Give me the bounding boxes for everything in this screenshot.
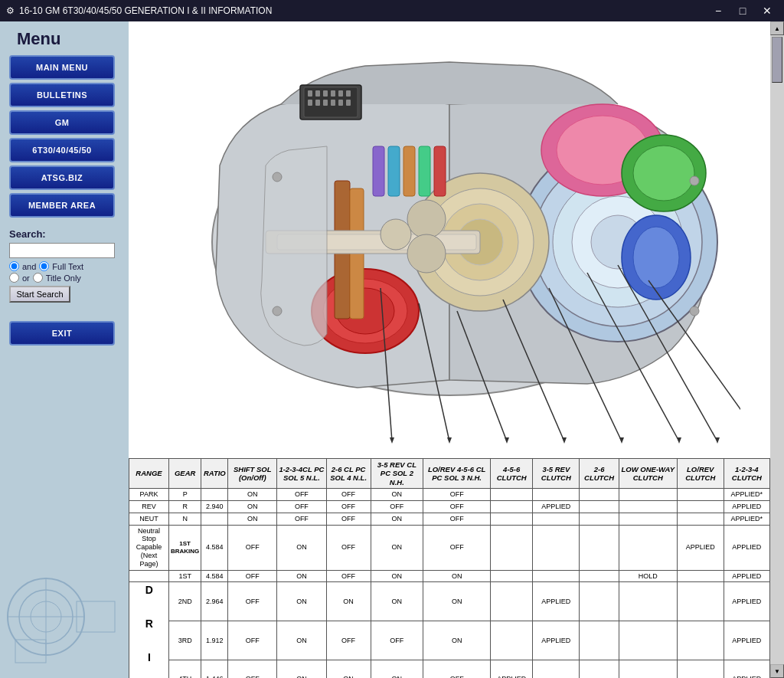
c26-cell <box>580 513 619 525</box>
table-row: 3RD 1.912 OFF ON OFF OFF ON APPLIED APPL… <box>129 621 770 660</box>
drive-range-cell: D R I V E <box>129 582 169 678</box>
scroll-thumb[interactable] <box>772 37 782 83</box>
minimize-button[interactable]: − <box>707 3 729 18</box>
scrollbar[interactable]: ▲ ▼ <box>770 21 784 678</box>
header-26clutch: 2-6 CLUTCH <box>580 459 619 489</box>
search-input[interactable] <box>9 243 115 258</box>
gear-cell: R <box>169 500 201 513</box>
svg-rect-59 <box>315 100 320 106</box>
main-menu-button[interactable]: MAIN MENU <box>9 55 115 80</box>
header-gear: GEAR <box>169 459 201 489</box>
low1way-cell <box>619 582 677 621</box>
header-26cl: 2-6 CL PC SOL 4 N.L. <box>326 459 371 489</box>
ratio-cell: 4.584 <box>201 570 228 582</box>
sol5-cell: ON <box>277 621 326 660</box>
lorev-cell <box>677 570 724 582</box>
c35rev-cell: APPLIED <box>533 621 580 660</box>
c456-cell <box>491 621 533 660</box>
restore-button[interactable]: □ <box>732 3 753 18</box>
sol2-cell: ON <box>371 660 423 678</box>
header-ratio: RATIO <box>201 459 228 489</box>
sidebar: Menu MAIN MENU BULLETINS GM 6T30/40/45/5… <box>0 21 129 678</box>
header-1234clutch: 1-2-3-4 CLUTCH <box>724 459 769 489</box>
content-area[interactable]: RANGE GEAR RATIO SHIFT SOL (On/Off) 1-2-… <box>129 21 770 678</box>
gear-cell: 2ND <box>169 582 201 621</box>
header-35rev-clutch: 3-5 REV CLUTCH <box>533 459 580 489</box>
svg-rect-5 <box>15 640 46 663</box>
header-456clutch: 4-5-6 CLUTCH <box>491 459 533 489</box>
main-container: Menu MAIN MENU BULLETINS GM 6T30/40/45/5… <box>0 21 784 678</box>
range-cell: NEUT <box>129 513 169 525</box>
c456-cell: APPLIED <box>491 660 533 678</box>
lorev-cell: APPLIED <box>677 525 724 570</box>
c26-cell <box>580 660 619 678</box>
title-bar: ⚙ 16-10 GM 6T30/40/45/50 GENERATION I & … <box>0 0 784 21</box>
shift-cell: ON <box>228 500 277 513</box>
start-search-button[interactable]: Start Search <box>9 286 70 303</box>
sol5-cell: OFF <box>277 513 326 525</box>
exit-button[interactable]: EXIT <box>9 321 115 346</box>
gear-cell: 3RD <box>169 621 201 660</box>
header-lorev456: LO/REV 4-5-6 CL PC SOL 3 N.H. <box>423 459 491 489</box>
search-section: Search: and Full Text or Title Only Star… <box>9 228 119 303</box>
svg-point-24 <box>633 146 694 201</box>
gear-cell: 1ST <box>169 570 201 582</box>
c456-cell <box>491 582 533 621</box>
header-range: RANGE <box>129 459 169 489</box>
bulletins-button[interactable]: BULLETINS <box>9 83 115 107</box>
c1234-cell: APPLIED* <box>724 513 769 525</box>
c35rev-cell <box>533 660 580 678</box>
table-row: REV R 2.940 ON OFF OFF OFF OFF APPLIED A… <box>129 500 770 513</box>
table-row: NEUT N ON OFF OFF ON OFF APPLIED* <box>129 513 770 525</box>
sol3-cell: ON <box>423 570 491 582</box>
shift-cell: ON <box>228 489 277 501</box>
sol4-cell: OFF <box>326 500 371 513</box>
gm-button[interactable]: GM <box>9 110 115 135</box>
or-radio[interactable] <box>9 273 19 283</box>
scroll-down-button[interactable]: ▼ <box>770 664 784 678</box>
shift-cell: OFF <box>228 582 277 621</box>
search-label: Search: <box>9 228 119 240</box>
close-button[interactable]: ✕ <box>756 3 778 18</box>
sol4-cell: OFF <box>326 489 371 501</box>
c26-cell <box>580 582 619 621</box>
shift-cell: OFF <box>228 660 277 678</box>
gear-cell: P <box>169 489 201 501</box>
sol2-cell: ON <box>371 525 423 570</box>
sol4-cell: ON <box>326 660 371 678</box>
full-text-radio[interactable] <box>39 261 49 271</box>
sol3-cell: OFF <box>423 489 491 501</box>
sol3-cell: OFF <box>423 660 491 678</box>
svg-point-72 <box>690 306 699 316</box>
svg-rect-54 <box>323 90 328 97</box>
sidebar-decoration <box>0 525 129 678</box>
gear-cell: 1ST BRAKING <box>169 525 201 570</box>
lorev-cell <box>677 582 724 621</box>
c35rev-cell: APPLIED <box>533 582 580 621</box>
scroll-up-button[interactable]: ▲ <box>770 21 784 35</box>
c1234-cell: APPLIED <box>724 500 769 513</box>
low1way-cell <box>619 489 677 501</box>
svg-rect-58 <box>308 100 312 106</box>
and-radio[interactable] <box>9 261 19 271</box>
sol5-cell: ON <box>277 660 326 678</box>
sol3-cell: ON <box>423 621 491 660</box>
svg-rect-67 <box>419 146 430 196</box>
ratio-cell: 1.446 <box>201 660 228 678</box>
svg-rect-55 <box>331 90 335 97</box>
title-only-label: Title Only <box>46 273 81 283</box>
sol3-cell: ON <box>423 582 491 621</box>
atsg-button[interactable]: ATSG.BIZ <box>9 165 115 190</box>
sol2-cell: OFF <box>371 500 423 513</box>
ratio-cell: 2.940 <box>201 500 228 513</box>
title-only-radio[interactable] <box>33 273 43 283</box>
c35rev-cell <box>533 525 580 570</box>
sol2-cell: ON <box>371 582 423 621</box>
low1way-cell <box>619 621 677 660</box>
ratio-cell <box>201 513 228 525</box>
member-area-button[interactable]: MEMBER AREA <box>9 193 115 218</box>
svg-rect-65 <box>388 146 400 196</box>
ratio-cell <box>201 489 228 501</box>
transmission-image-area <box>129 21 770 458</box>
6t30-button[interactable]: 6T30/40/45/50 <box>9 138 115 162</box>
